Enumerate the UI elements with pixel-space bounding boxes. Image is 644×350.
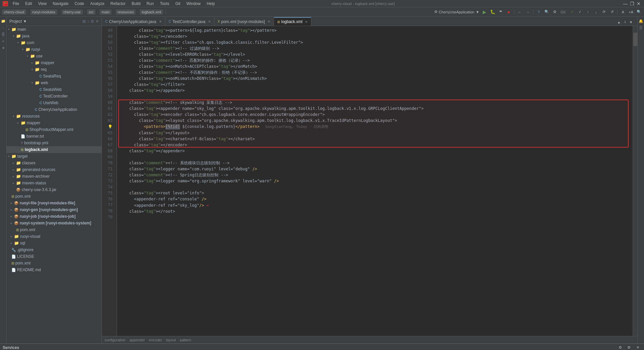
tree-item-seataweb[interactable]: C SeataWeb <box>7 86 102 93</box>
commit-icon[interactable]: ↑ <box>0 25 6 31</box>
maximize-button[interactable]: ❐ <box>629 1 635 6</box>
run-coverage-button[interactable]: ☂ <box>497 8 504 16</box>
settings-button[interactable]: ⚙ <box>551 8 558 16</box>
minimize-button[interactable]: — <box>623 1 628 6</box>
tree-item-main[interactable]: ▾ 📁 main <box>7 26 102 33</box>
module-resources[interactable]: resources <box>116 9 136 15</box>
git-pull-button[interactable]: ↓ <box>592 8 600 16</box>
module-ruoyi-modules[interactable]: ruoyi-modules <box>30 9 57 15</box>
tree-item-license[interactable]: 📄 LICENSE <box>7 253 102 260</box>
project-icon[interactable]: 📁 <box>0 18 6 24</box>
menu-code[interactable]: Code <box>72 1 87 7</box>
menu-navigate[interactable]: Navigate <box>50 1 71 7</box>
tab-pom-xml[interactable]: X pom.xml [ruoyi-modules] ✕ <box>214 17 274 26</box>
menu-build[interactable]: Build <box>129 1 143 7</box>
back-button[interactable]: ← <box>516 8 523 16</box>
tree-item-ruoyi-visual[interactable]: ▸ 📁 ruoyi-visual <box>7 233 102 240</box>
search-global-button[interactable]: 🔍 <box>635 8 643 16</box>
tree-item-banner.txt[interactable]: 📄 banner.txt <box>7 133 102 140</box>
help-button[interactable]: ? <box>535 8 542 16</box>
tree-item-sql[interactable]: ▸ 📁 sql <box>7 240 102 246</box>
project-layout-icon[interactable]: ⊞ <box>83 19 86 24</box>
editor-nav-up[interactable]: ▲ <box>615 18 623 26</box>
menu-analyze[interactable]: Analyze <box>88 1 107 7</box>
zoom-in-button[interactable]: +A <box>627 8 635 16</box>
module-logback[interactable]: logback.xml <box>140 9 163 15</box>
module-src[interactable]: src <box>87 9 96 15</box>
tree-item-resources[interactable]: ▾ 📁 resources <box>7 113 102 120</box>
project-close-icon[interactable]: ✕ <box>96 19 99 24</box>
git-rollback-button[interactable]: ↺ <box>608 8 616 16</box>
translate-button[interactable]: A <box>619 8 627 16</box>
tab-close-1[interactable]: ✕ <box>159 20 162 23</box>
tree-item-logback.xml[interactable]: ⊞ logback.xml <box>7 146 102 153</box>
debug-button[interactable]: 🐛 <box>489 8 496 16</box>
run-button[interactable]: ▶ <box>481 8 488 16</box>
breadcrumb-part-3[interactable]: layout <box>166 338 176 342</box>
git-push-button[interactable]: ↑ <box>584 8 592 16</box>
git-commit-button[interactable]: ✓ <box>576 8 584 16</box>
tree-item-cherry-use-3.6.3.jar[interactable]: 📦 cherry-use-3.6.3.jar <box>7 186 102 193</box>
tree-item-ruoyi-system-[ruoyi-modules-system][interactable]: ▸ 📦 ruoyi-system [ruoyi-modules-system] <box>7 220 102 226</box>
database-icon[interactable]: 🗄 <box>0 31 6 37</box>
tree-item-pom.xml[interactable]: ⊞ pom.xml <box>7 193 102 200</box>
menu-edit[interactable]: Edit <box>22 1 35 7</box>
tree-item-req[interactable]: ▾ 📁 req <box>7 66 102 73</box>
menu-help[interactable]: Help <box>204 1 218 7</box>
tree-item-testcontroller[interactable]: C TestController <box>7 93 102 100</box>
tree-item-maven-archiver[interactable]: ▸ 📁 maven-archiver <box>7 173 102 180</box>
git-update-button[interactable]: ✓ <box>568 8 576 16</box>
module-main[interactable]: main <box>100 9 112 15</box>
tree-item-ruoyi-file-[ruoyi-modules-file][interactable]: ▸ 📦 ruoyi-file [ruoyi-modules-file] <box>7 200 102 206</box>
menu-view[interactable]: View <box>35 1 49 7</box>
tab-logback-xml[interactable]: ⊞ logback.xml ✕ <box>274 17 311 26</box>
tree-item-ruoyi[interactable]: ▾ 📁 ruoyi <box>7 46 102 53</box>
menu-file[interactable]: File <box>10 1 22 7</box>
project-sort-icon[interactable]: ↕ <box>87 19 89 24</box>
tree-item-maven-status[interactable]: ▸ 📁 maven-status <box>7 180 102 186</box>
tree-item-bootstrap.yml[interactable]: Y bootstrap.yml <box>7 140 102 146</box>
tab-close-4[interactable]: ✕ <box>305 20 308 24</box>
breadcrumb-part-1[interactable]: appender <box>130 338 145 342</box>
menu-bar[interactable]: File Edit View Navigate Code Analyze Ref… <box>10 1 217 7</box>
tab-test-controller[interactable]: C TestController.java ✕ <box>165 17 214 26</box>
services-close-btn[interactable]: ✕ <box>634 344 641 350</box>
close-button[interactable]: ✕ <box>636 1 641 6</box>
tab-close-3[interactable]: ✕ <box>268 20 270 23</box>
tab-close-2[interactable]: ✕ <box>208 20 211 23</box>
menu-tools[interactable]: Tools <box>157 1 172 7</box>
forward-button[interactable]: → <box>524 8 531 16</box>
breadcrumb-part-0[interactable]: configuration <box>105 338 126 342</box>
menu-refactor[interactable]: Refactor <box>108 1 128 7</box>
tree-item-target[interactable]: ▾ 📁 target <box>7 153 102 160</box>
tree-item-pom.xml[interactable]: ⊞ pom.xml <box>7 226 102 233</box>
breadcrumb-part-2[interactable]: encoder <box>149 338 162 342</box>
right-database-icon[interactable]: 🗄 <box>638 25 644 31</box>
run-config-dropdown[interactable]: ⚙ CherryUseApplication ▼ <box>433 8 480 16</box>
tree-item-pom.xml[interactable]: ⊞ pom.xml <box>7 260 102 267</box>
tree-item-cherryuseapplication[interactable]: C CherryUseApplication <box>7 106 102 113</box>
module-cherry-cloud[interactable]: cherry-cloud <box>2 9 26 15</box>
tree-item-use[interactable]: ▾ 📁 use <box>7 53 102 59</box>
tree-item-mapper[interactable]: ▸ 📁 mapper <box>7 120 102 126</box>
editor-nav-down[interactable]: ▼ <box>627 18 635 26</box>
breadcrumb-part-4[interactable]: pattern <box>180 338 191 342</box>
menu-git[interactable]: Git <box>173 1 183 7</box>
tree-item-java[interactable]: ▾ 📁 java <box>7 33 102 39</box>
tree-item-ruoyi-gen-[ruoyi-modules-gen][interactable]: ▸ 📦 ruoyi-gen [ruoyi-modules-gen] <box>7 206 102 213</box>
stop-button[interactable]: ■ <box>505 8 512 16</box>
tree-item-.gitignore[interactable]: 🔧 .gitignore <box>7 246 102 253</box>
tree-item-readme.md[interactable]: 📄 README.md <box>7 267 102 273</box>
menu-run[interactable]: Run <box>144 1 157 7</box>
services-settings-btn[interactable]: ⚙ <box>617 344 624 350</box>
right-notifications-icon[interactable]: 🔔 <box>638 18 644 24</box>
module-cherry-use[interactable]: cherry-use <box>61 9 83 15</box>
code-content[interactable]: class="tag"><pattern>${log.pattern}class… <box>117 26 633 336</box>
tree-item-useweb[interactable]: C UseWeb <box>7 100 102 106</box>
tree-item-mapper[interactable]: ▸ 📁 mapper <box>7 59 102 66</box>
project-settings-icon[interactable]: ⚙ <box>91 19 94 24</box>
tree-item-ruoyi-job-[ruoyi-modules-job][interactable]: ▸ 📦 ruoyi-job [ruoyi-modules-job] <box>7 213 102 220</box>
structure-icon[interactable]: ≡ <box>0 38 6 44</box>
tree-item-web[interactable]: ▾ 📁 web <box>7 79 102 86</box>
tree-item-classes[interactable]: ▸ 📁 classes <box>7 160 102 166</box>
